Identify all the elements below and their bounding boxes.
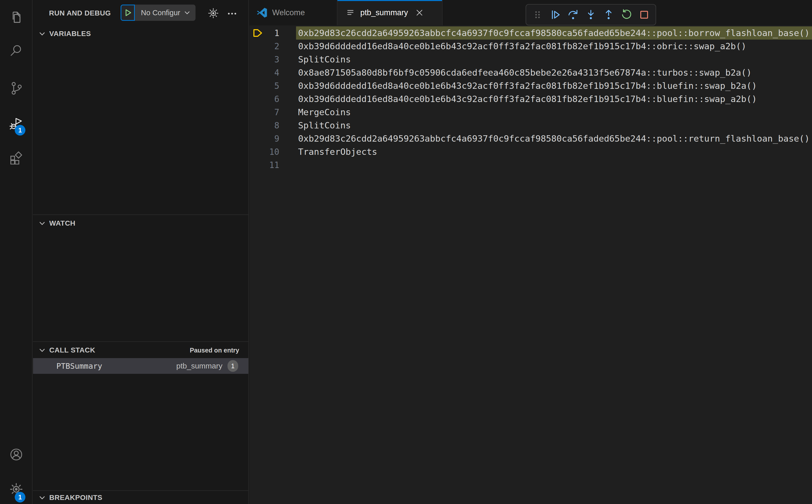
stop-icon[interactable] xyxy=(635,6,653,24)
line-text[interactable]: 0x8ae871505a80d8bf6bf9c05906cda6edfeea46… xyxy=(296,66,812,79)
search-icon[interactable] xyxy=(9,44,23,57)
run-and-debug-sidebar: RUN AND DEBUG No Configur xyxy=(33,0,249,504)
code-line[interactable]: 20xb39d6dddedd16ed8a40ce0b1e6b43c92acf0f… xyxy=(249,40,812,53)
line-text[interactable]: MergeCoins xyxy=(296,106,812,119)
debug-configuration-dropdown[interactable]: No Configur xyxy=(135,5,195,21)
watch-section: WATCH xyxy=(33,214,248,341)
call-stack-section: CALL STACK Paused on entry PTBSummaryptb… xyxy=(33,341,248,490)
chevron-down-icon xyxy=(39,220,46,227)
code-line[interactable]: 50xb39d6dddedd16ed8a40ce0b1e6b43c92acf0f… xyxy=(249,79,812,92)
line-text[interactable] xyxy=(296,158,812,172)
line-number[interactable]: 5 xyxy=(249,81,279,91)
stack-frame-badge: 1 xyxy=(227,360,238,372)
tab-ptb-summary[interactable]: ptb_summary xyxy=(337,0,443,25)
vscode-window: 1 1 RUN AND DEBUG xyxy=(0,0,812,504)
variables-section: VARIABLES xyxy=(33,25,248,214)
sidebar-header: RUN AND DEBUG No Configur xyxy=(33,0,248,26)
more-actions-icon[interactable] xyxy=(226,8,238,19)
stack-frame-row[interactable]: PTBSummaryptb_summary1 xyxy=(33,358,248,374)
code-line[interactable]: 10xb29d83c26cdd2a64959263abbcfc4a6937f0c… xyxy=(249,26,812,40)
line-text[interactable]: 0xb39d6dddedd16ed8a40ce0b1e6b43c92acf0ff… xyxy=(296,92,812,106)
step-out-icon[interactable] xyxy=(600,6,618,24)
debug-settings-gear-icon[interactable] xyxy=(208,8,219,19)
code-line[interactable]: 90xb29d83c26cdd2a64959263abbcfc4a6937f0c… xyxy=(249,132,812,145)
code-line[interactable]: 60xb39d6dddedd16ed8a40ce0b1e6b43c92acf0f… xyxy=(249,92,812,106)
chevron-down-icon xyxy=(39,494,46,501)
line-number[interactable]: 4 xyxy=(249,68,279,78)
watch-section-header[interactable]: WATCH xyxy=(33,215,248,232)
chevron-down-icon xyxy=(184,9,190,16)
tab-welcome[interactable]: Welcome xyxy=(249,0,337,25)
line-number[interactable]: 7 xyxy=(249,107,279,117)
line-number[interactable]: 9 xyxy=(249,134,279,144)
extensions-icon[interactable] xyxy=(9,151,23,164)
debug-badge: 1 xyxy=(15,125,25,136)
line-number[interactable]: 10 xyxy=(249,147,279,157)
line-text[interactable]: 0xb29d83c26cdd2a64959263abbcfc4a6937f0c9… xyxy=(296,132,812,145)
settings-badge: 1 xyxy=(15,492,25,502)
list-file-icon xyxy=(345,7,356,18)
code-line[interactable]: 11 xyxy=(249,158,812,172)
launch-controls: No Configur xyxy=(121,5,195,21)
debug-configuration-label: No Configur xyxy=(141,9,180,17)
line-number[interactable]: 8 xyxy=(249,121,279,130)
step-over-icon[interactable] xyxy=(564,6,582,24)
breakpoints-section-header[interactable]: BREAKPOINTS xyxy=(33,491,248,504)
explorer-icon[interactable] xyxy=(9,10,23,24)
line-number[interactable]: 6 xyxy=(249,94,279,104)
code-editor[interactable]: 10xb29d83c26cdd2a64959263abbcfc4a6937f0c… xyxy=(249,25,812,504)
restart-icon[interactable] xyxy=(618,6,635,24)
start-debugging-button[interactable] xyxy=(121,5,135,21)
toolbar-drag-handle[interactable] xyxy=(529,6,547,24)
breakpoints-section: BREAKPOINTS xyxy=(33,490,248,504)
editor-area: Welcome ptb_summary xyxy=(249,0,812,504)
stack-frame-name: PTBSummary xyxy=(56,362,102,371)
vscode-logo-icon xyxy=(257,7,268,18)
variables-section-header[interactable]: VARIABLES xyxy=(33,25,248,42)
sidebar-title: RUN AND DEBUG xyxy=(49,9,111,17)
line-number[interactable]: 11 xyxy=(249,160,279,170)
line-number[interactable]: 2 xyxy=(249,41,279,51)
code-line[interactable]: 40x8ae871505a80d8bf6bf9c05906cda6edfeea4… xyxy=(249,66,812,79)
call-stack-status: Paused on entry xyxy=(190,342,239,359)
stack-frame-source: ptb_summary xyxy=(176,362,222,370)
debug-toolbar xyxy=(526,4,656,25)
code-line[interactable]: 10TransferObjects xyxy=(249,145,812,158)
line-text[interactable]: SplitCoins xyxy=(296,53,812,66)
code-line[interactable]: 7MergeCoins xyxy=(249,106,812,119)
close-icon[interactable] xyxy=(415,8,424,17)
code-line[interactable]: 3SplitCoins xyxy=(249,53,812,66)
activity-bar: 1 1 xyxy=(0,0,32,504)
chevron-down-icon xyxy=(39,30,46,37)
account-icon[interactable] xyxy=(9,448,23,461)
line-number[interactable]: 3 xyxy=(249,55,279,64)
line-text[interactable]: 0xb39d6dddedd16ed8a40ce0b1e6b43c92acf0ff… xyxy=(296,79,812,92)
code-line[interactable]: 8SplitCoins xyxy=(249,119,812,132)
line-text[interactable]: 0xb29d83c26cdd2a64959263abbcfc4a6937f0c9… xyxy=(296,26,812,40)
line-text[interactable]: SplitCoins xyxy=(296,119,812,132)
current-frame-arrow-icon xyxy=(253,29,262,37)
line-text[interactable]: 0xb39d6dddedd16ed8a40ce0b1e6b43c92acf0ff… xyxy=(296,40,812,53)
source-control-icon[interactable] xyxy=(9,81,23,95)
step-into-icon[interactable] xyxy=(582,6,600,24)
continue-icon[interactable] xyxy=(547,6,564,24)
line-text[interactable]: TransferObjects xyxy=(296,145,812,158)
chevron-down-icon xyxy=(39,347,46,354)
